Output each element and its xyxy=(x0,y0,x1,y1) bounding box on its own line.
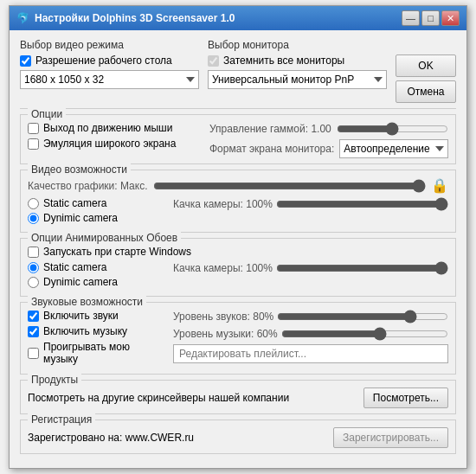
animated-wallpaper-title: Опции Анимированных Обоев xyxy=(28,232,181,244)
maximize-button[interactable]: □ xyxy=(421,10,440,26)
static-camera-radio-row: Static camera xyxy=(28,197,166,209)
resolution-checkbox[interactable] xyxy=(20,55,31,67)
options-group: Опции Выход по движению мыши Эмуляция ши… xyxy=(20,114,456,164)
minimize-button[interactable]: — xyxy=(402,10,420,26)
view-button[interactable]: Посмотреть... xyxy=(363,388,448,408)
widescreen-label: Эмуляция широкого экрана xyxy=(43,138,176,150)
sound-checkboxes: Включить звуки Включить музыку Проигрыва… xyxy=(28,310,166,368)
sound-group: Звуковые возможности Включить звуки Вклю… xyxy=(20,302,456,375)
enable-sound-row: Включить звуки xyxy=(28,310,166,322)
options-left: Выход по движению мыши Эмуляция широкого… xyxy=(28,122,201,158)
ok-button[interactable]: OK xyxy=(396,54,456,77)
wallpaper-static-camera-row: Static camera xyxy=(28,261,166,273)
format-select[interactable]: Автоопределение xyxy=(339,139,448,158)
sound-content: Включить звуки Включить музыку Проигрыва… xyxy=(28,310,448,368)
play-music-checkbox[interactable] xyxy=(28,348,39,359)
title-bar-left: 🐬 Настройки Dolphins 3D Screensaver 1.0 xyxy=(16,12,235,24)
static-camera-radio[interactable] xyxy=(28,198,39,209)
wallpaper-shake-col: Качка камеры: 100% xyxy=(173,261,448,291)
widescreen-row: Эмуляция широкого экрана xyxy=(28,138,201,150)
camera-shake-col: Качка камеры: 100% xyxy=(173,197,448,227)
wallpaper-dynamic-camera-label: Dynimic camera xyxy=(43,276,118,288)
playlist-row xyxy=(173,344,448,363)
resolution-select[interactable]: 1680 x 1050 x 32 xyxy=(20,70,199,89)
registration-content: Зарегистровано на: www.CWER.ru Зарегистр… xyxy=(28,427,448,448)
title-controls: — □ ✕ xyxy=(402,10,460,26)
title-icon: 🐬 xyxy=(16,12,29,24)
sound-sliders: Уровень звуков: 80% Уровень музыки: 60% xyxy=(173,310,448,368)
music-level-slider[interactable] xyxy=(281,327,448,341)
monitor-section: Выбор монитора Затемнить все мониторы Ун… xyxy=(208,39,387,89)
dynamic-camera-label: Dynimic camera xyxy=(43,212,118,224)
video-mode-label: Выбор видео режима xyxy=(20,39,199,51)
products-group: Продукты Посмотреть на другие скринсейве… xyxy=(20,380,456,414)
autostart-row: Запускать при старте Windows xyxy=(28,246,448,258)
widescreen-checkbox[interactable] xyxy=(28,138,39,150)
gamma-row: Управление гаммой: 1.00 xyxy=(209,122,448,136)
monitor-label: Выбор монитора xyxy=(208,39,387,51)
autostart-label: Запускать при старте Windows xyxy=(43,246,191,258)
options-group-title: Опции xyxy=(28,108,66,120)
gamma-label: Управление гаммой: 1.00 xyxy=(209,123,331,135)
wallpaper-shake-slider[interactable] xyxy=(276,261,448,275)
register-button[interactable]: Зарегистрировать... xyxy=(333,427,448,448)
divider-1 xyxy=(20,108,456,109)
gamma-slider[interactable] xyxy=(337,122,448,136)
playlist-input[interactable] xyxy=(173,344,448,363)
wallpaper-shake-row: Качка камеры: 100% xyxy=(173,261,448,275)
registration-title: Регистрация xyxy=(28,413,95,426)
enable-music-checkbox[interactable] xyxy=(28,326,39,337)
play-music-row: Проигрывать мою музыку xyxy=(28,341,166,365)
camera-radio-col: Static camera Dynimic camera xyxy=(28,197,166,227)
wallpaper-dynamic-camera-radio[interactable] xyxy=(28,277,39,288)
wallpaper-dynamic-camera-row: Dynimic camera xyxy=(28,276,166,288)
camera-shake-row: Качка камеры: 100% xyxy=(173,197,448,211)
cancel-button[interactable]: Отмена xyxy=(396,80,456,103)
all-monitors-checkbox[interactable] xyxy=(208,55,219,67)
quality-icon: 🔒 xyxy=(431,177,448,194)
quality-label: Качество графики: Макс. xyxy=(28,180,148,192)
all-monitors-label: Затемнить все мониторы xyxy=(223,54,344,67)
autostart-checkbox[interactable] xyxy=(28,247,39,258)
wallpaper-static-camera-radio[interactable] xyxy=(28,262,39,273)
resolution-checkbox-row: Разрешение рабочего стола xyxy=(20,54,199,67)
quality-slider[interactable] xyxy=(153,179,426,193)
camera-options: Static camera Dynimic camera Качка камер… xyxy=(28,197,448,227)
registration-group: Регистрация Зарегистровано на: www.CWER.… xyxy=(20,420,456,454)
products-title: Продукты xyxy=(28,374,81,386)
action-buttons: OK Отмена xyxy=(396,39,456,103)
resolution-checkbox-label: Разрешение рабочего стола xyxy=(35,54,172,67)
wallpaper-shake-label: Качка камеры: 100% xyxy=(173,262,273,274)
title-bar: 🐬 Настройки Dolphins 3D Screensaver 1.0 … xyxy=(10,6,466,30)
format-label: Формат экрана монитора: xyxy=(209,143,334,155)
enable-sound-checkbox[interactable] xyxy=(28,311,39,322)
options-two-col: Выход по движению мыши Эмуляция широкого… xyxy=(28,122,448,158)
close-button[interactable]: ✕ xyxy=(441,10,460,26)
wallpaper-camera-options: Static camera Dynimic camera Качка камер… xyxy=(28,261,448,291)
sound-level-slider[interactable] xyxy=(277,310,448,323)
video-mode-section: Выбор видео режима Разрешение рабочего с… xyxy=(20,39,199,89)
sound-two-col: Включить звуки Включить музыку Проигрыва… xyxy=(28,310,448,368)
play-music-label: Проигрывать мою музыку xyxy=(43,341,166,365)
mouse-exit-checkbox[interactable] xyxy=(28,123,39,134)
window-title: Настройки Dolphins 3D Screensaver 1.0 xyxy=(35,12,235,24)
products-content: Посмотреть на другие скринсейверы нашей … xyxy=(28,388,448,408)
video-capabilities-group: Видео возможности Качество графики: Макс… xyxy=(20,170,456,233)
registration-text: Зарегистровано на: www.CWER.ru xyxy=(28,432,194,444)
options-content: Выход по движению мыши Эмуляция широкого… xyxy=(28,122,448,158)
main-window: 🐬 Настройки Dolphins 3D Screensaver 1.0 … xyxy=(9,5,467,469)
top-row: Выбор видео режима Разрешение рабочего с… xyxy=(20,39,456,103)
enable-music-label: Включить музыку xyxy=(43,325,127,337)
video-capabilities-content: Качество графики: Макс. 🔒 Static camera … xyxy=(28,177,448,227)
main-content: Выбор видео режима Разрешение рабочего с… xyxy=(10,30,466,468)
music-level-label: Уровень музыки: 60% xyxy=(173,328,278,340)
sound-group-title: Звуковые возможности xyxy=(28,296,146,308)
quality-row: Качество графики: Макс. 🔒 xyxy=(28,177,448,194)
dynamic-camera-radio[interactable] xyxy=(28,213,39,224)
sound-level-row: Уровень звуков: 80% xyxy=(173,310,448,323)
monitor-select[interactable]: Универсальный монитор PnP xyxy=(208,70,387,89)
camera-shake-label: Качка камеры: 100% xyxy=(173,198,273,210)
static-camera-label: Static camera xyxy=(43,197,106,209)
products-text: Посмотреть на другие скринсейверы нашей … xyxy=(28,392,289,404)
camera-shake-slider[interactable] xyxy=(276,197,448,211)
